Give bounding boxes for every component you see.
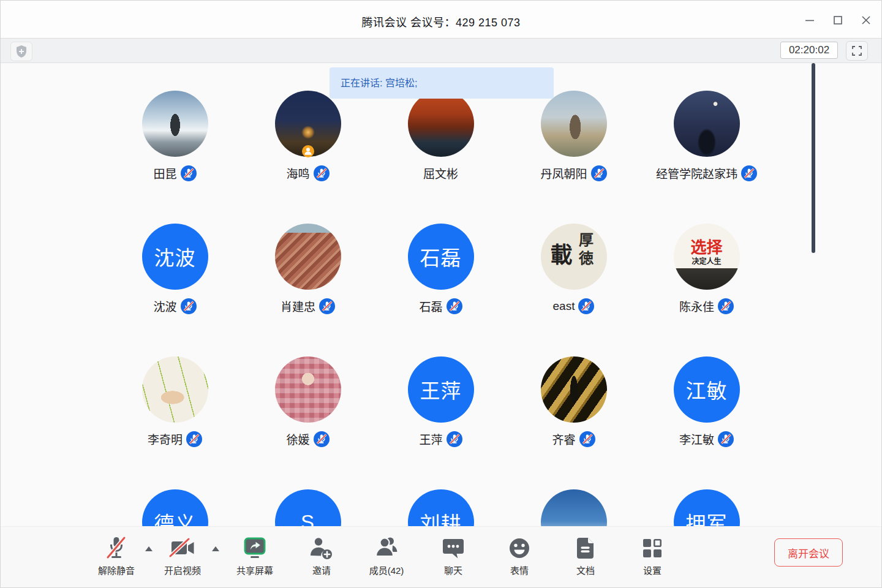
participant-tile[interactable]: 李奇明 [108, 356, 241, 447]
docs-button[interactable]: 文档 [552, 534, 619, 576]
title-bar: 腾讯会议 会议号：429 215 073 [0, 0, 882, 38]
participant-name: east [553, 300, 575, 313]
scrollbar-thumb[interactable] [812, 63, 815, 253]
emoji-label: 表情 [486, 564, 553, 576]
participant-tile[interactable]: 经管学院赵家玮 [640, 91, 773, 181]
muted-mic-icon [181, 165, 197, 181]
members-label: 成员(42) [353, 564, 420, 576]
participant-tile[interactable]: 石磊石磊 [374, 224, 507, 314]
participant-tile[interactable]: 沈波沈波 [108, 224, 241, 314]
unmute-button[interactable]: 解除静音 [83, 534, 150, 576]
share-screen-button[interactable]: 共享屏幕 [221, 534, 288, 576]
participant-name-row: east [507, 298, 640, 314]
document-icon [552, 534, 619, 562]
participant-name-row: 沈波 [108, 298, 241, 314]
participant-name-row: 王萍 [374, 431, 507, 447]
participant-grid: 田昆海鸣屈文彬丹凤朝阳经管学院赵家玮沈波沈波肖建忠石磊石磊載厚徳east选择决定… [108, 63, 773, 588]
participant-name: 王萍 [419, 431, 442, 447]
participant-name-row: 海鸣 [241, 165, 374, 181]
screen-share-icon [221, 534, 288, 562]
participant-name: 齐睿 [552, 431, 575, 447]
participant-name: 丹凤朝阳 [540, 165, 587, 181]
muted-mic-icon [591, 165, 607, 181]
avatar-art-text: 載 [551, 237, 573, 269]
muted-mic-icon [314, 165, 330, 181]
muted-mic-icon [447, 431, 462, 447]
maximize-button[interactable] [828, 11, 848, 29]
participant-name-row: 李奇明 [108, 431, 241, 447]
host-badge-icon [302, 145, 314, 157]
participant-name: 徐媛 [286, 431, 309, 447]
leave-meeting-button[interactable]: 离开会议 [774, 538, 843, 567]
muted-mic-icon [579, 431, 595, 447]
participant-avatar [408, 91, 474, 157]
participant-avatar: 王萍 [408, 356, 474, 423]
participant-tile[interactable]: 肖建忠 [241, 224, 374, 314]
participant-name: 肖建忠 [281, 298, 315, 314]
docs-label: 文档 [552, 564, 619, 576]
participant-avatar [142, 91, 208, 157]
invite-button[interactable]: 邀请 [288, 534, 355, 576]
participant-name: 田昆 [153, 165, 176, 181]
participant-tile[interactable]: 王萍王萍 [374, 356, 507, 447]
participant-name: 屈文彬 [423, 165, 458, 181]
minimize-button[interactable] [800, 11, 820, 29]
start-video-label: 开启视频 [149, 564, 216, 576]
avatar-initials: 石磊 [420, 242, 462, 271]
participant-tile[interactable]: 徐媛 [241, 356, 374, 447]
mic-muted-icon [83, 534, 150, 562]
start-video-button[interactable]: 开启视频 [149, 534, 216, 576]
close-button[interactable] [856, 11, 876, 29]
avatar-initials: 王萍 [420, 375, 462, 404]
fullscreen-button[interactable] [846, 41, 868, 61]
muted-mic-icon [718, 298, 734, 314]
chat-button[interactable]: 聊天 [420, 534, 487, 576]
invite-icon [288, 534, 355, 562]
participant-avatar [541, 91, 607, 157]
avatar-initials: 江敏 [686, 375, 728, 404]
meeting-security-button[interactable] [10, 42, 32, 61]
participant-avatar [541, 356, 607, 423]
bottom-toolbar: 解除静音开启视频共享屏幕邀请成员(42)聊天表情文档设置离开会议 [0, 526, 882, 588]
participant-tile[interactable]: 海鸣 [241, 91, 374, 181]
muted-mic-icon [741, 165, 757, 181]
participant-tile[interactable]: 选择决定人生陈永佳 [640, 224, 773, 314]
settings-button[interactable]: 设置 [619, 534, 686, 576]
camera-muted-icon [149, 534, 216, 562]
participant-name-row: 徐媛 [241, 431, 374, 447]
members-button[interactable]: 成员(42) [353, 534, 420, 576]
chat-label: 聊天 [420, 564, 487, 576]
participant-tile[interactable]: 齐睿 [507, 356, 640, 447]
muted-mic-icon [314, 431, 330, 447]
participant-name-row: 田昆 [108, 165, 241, 181]
participant-tile[interactable]: 屈文彬 [374, 91, 507, 181]
muted-mic-icon [578, 298, 594, 314]
avatar-art-subtext: 厚徳 [575, 232, 596, 269]
share-screen-label: 共享屏幕 [221, 564, 288, 576]
participant-tile[interactable]: 丹凤朝阳 [507, 91, 640, 181]
start-video-options-caret-icon[interactable] [212, 546, 219, 551]
speaking-banner: 正在讲话: 宫培松; [330, 67, 554, 99]
participant-tile[interactable]: 載厚徳east [507, 224, 640, 314]
avatar-initials: 沈波 [154, 242, 196, 271]
participant-name: 海鸣 [286, 165, 309, 181]
participant-name-row: 齐睿 [507, 431, 640, 447]
emoji-button[interactable]: 表情 [486, 534, 553, 576]
meeting-timer: 02:20:02 [780, 42, 838, 59]
video-grid-area: 正在讲话: 宫培松; 田昆海鸣屈文彬丹凤朝阳经管学院赵家玮沈波沈波肖建忠石磊石磊… [0, 63, 882, 588]
participant-name: 沈波 [153, 298, 176, 314]
participant-tile[interactable]: 江敏李江敏 [640, 356, 773, 447]
participant-avatar [142, 356, 208, 423]
participant-name-row: 屈文彬 [374, 165, 507, 181]
participant-name: 李江敏 [679, 431, 714, 447]
participant-name-row: 石磊 [374, 298, 507, 314]
participant-name-row: 陈永佳 [640, 298, 773, 314]
participant-name-row: 肖建忠 [241, 298, 374, 314]
emoji-icon [486, 534, 553, 562]
participant-tile[interactable]: 田昆 [108, 91, 241, 181]
avatar-art-subtext: 决定人生 [674, 255, 740, 266]
participant-name-row: 丹凤朝阳 [507, 165, 640, 181]
avatar-art-text: 选择 [674, 235, 740, 257]
muted-mic-icon [319, 298, 335, 314]
window-controls [800, 11, 876, 29]
